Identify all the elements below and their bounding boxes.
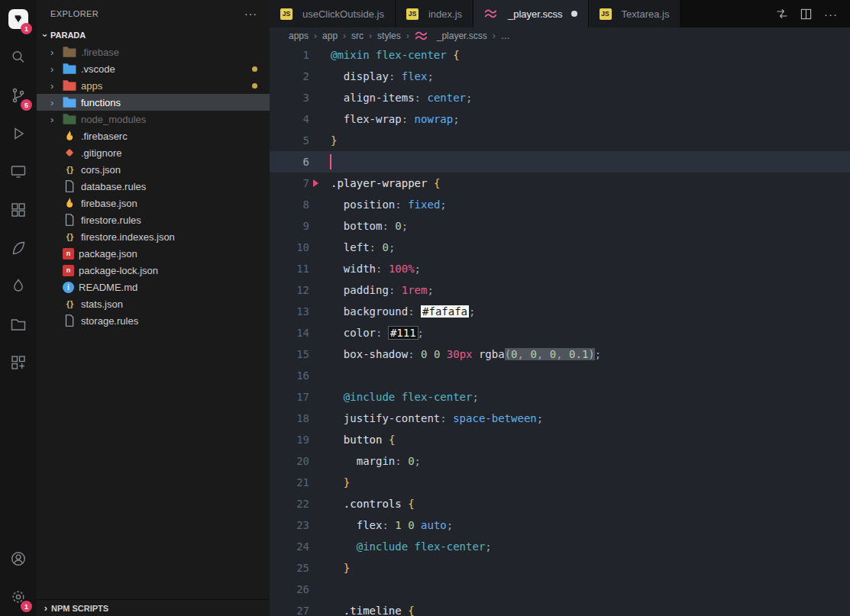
folder-icon [63, 79, 76, 92]
code-line-content: } [315, 130, 337, 151]
activity-settings[interactable]: 1 [0, 578, 37, 616]
activity-explorer[interactable]: 1 [0, 0, 37, 38]
code-line-content: margin: 0; [315, 450, 421, 472]
code-line-content: .player-wrapper { [315, 173, 440, 194]
code-line-20[interactable]: 20 margin: 0; [270, 450, 850, 472]
tree-item-.firebaserc[interactable]: ›.firebaserc [37, 127, 270, 144]
tree-item-label: stats.json [81, 298, 123, 310]
breadcrumb-label: apps [289, 31, 309, 41]
tree-item-label: node_modules [81, 114, 146, 125]
tree-item-node_modules[interactable]: ›node_modules [37, 111, 270, 127]
tree-item-label: cors.json [81, 164, 121, 176]
activity-extension-a[interactable] [0, 229, 37, 267]
code-line-22[interactable]: 22 .controls { [270, 493, 850, 514]
code-line-4[interactable]: 4 flex-wrap: nowrap; [270, 108, 850, 130]
vscode-window: 151 EXPLORER ··· › PARADA ›.firebase›.vs… [0, 0, 850, 616]
breadcrumb-item-…[interactable]: … [501, 31, 510, 41]
code-line-12[interactable]: 12 padding: 1rem; [270, 279, 850, 301]
code-line-content [315, 579, 331, 600]
tree-item-firestore.indexes.json[interactable]: ›{}firestore.indexes.json [37, 228, 270, 245]
tab-index.js[interactable]: JSindex.js [396, 0, 473, 27]
breadcrumb-item-_player.scss[interactable]: _player.scss [415, 30, 487, 42]
code-line-content: .controls { [315, 493, 415, 514]
code-line-14[interactable]: 14 color: #111; [270, 322, 850, 343]
code-line-27[interactable]: 27 .timeline { [270, 600, 850, 616]
line-number: 6 [270, 151, 315, 173]
activity-run-debug[interactable] [0, 114, 37, 153]
tree-item-firestore.rules[interactable]: ›firestore.rules [37, 211, 270, 228]
activity-extensions[interactable] [0, 191, 37, 229]
code-line-13[interactable]: 13 background: #fafafa; [270, 301, 850, 322]
tree-item-stats.json[interactable]: ›{}stats.json [37, 295, 270, 312]
activity-source-control[interactable]: 5 [0, 76, 37, 114]
tree-item-apps[interactable]: ›apps [37, 77, 270, 94]
breadcrumb-item-src[interactable]: src [351, 31, 364, 41]
explorer-more-icon[interactable]: ··· [244, 8, 257, 20]
code-line-5[interactable]: 5} [270, 130, 850, 151]
code-line-2[interactable]: 2 display: flex; [270, 66, 850, 87]
breadcrumb-item-apps[interactable]: apps [289, 31, 309, 41]
tree-item-label: database.rules [81, 181, 146, 192]
code-line-23[interactable]: 23 flex: 1 0 auto; [270, 514, 850, 536]
tree-item-.gitignore[interactable]: ›.gitignore [37, 144, 270, 161]
tree-item-label: firebase.json [81, 198, 137, 209]
code-line-8[interactable]: 8 position: fixed; [270, 194, 850, 215]
activity-extension-c[interactable] [0, 343, 37, 382]
breadcrumb-item-styles[interactable]: styles [377, 31, 401, 41]
activity-search[interactable] [0, 38, 37, 76]
tree-item-package-lock.json[interactable]: ›npackage-lock.json [37, 262, 270, 279]
breadcrumb-item-app[interactable]: app [322, 31, 338, 41]
open-changes-icon[interactable] [776, 8, 788, 20]
code-line-content: display: flex; [315, 66, 434, 87]
chevron-right-icon: › [50, 80, 63, 92]
line-number: 9 [270, 215, 315, 237]
code-line-24[interactable]: 24 @include flex-center; [270, 536, 850, 557]
code-line-21[interactable]: 21 } [270, 472, 850, 493]
line-number: 22 [270, 493, 315, 514]
code-line-1[interactable]: 1@mixin flex-center { [270, 44, 850, 66]
tree-item-README.md[interactable]: ›iREADME.md [37, 279, 270, 295]
more-actions-icon[interactable]: ··· [824, 8, 838, 21]
tab-Textarea.js[interactable]: JSTextarea.js [589, 0, 681, 27]
code-line-content: position: fixed; [315, 194, 447, 215]
breadcrumb-label: … [501, 31, 510, 41]
code-line-6[interactable]: 6 [270, 151, 850, 173]
tab-useClickOutside.js[interactable]: JSuseClickOutside.js [270, 0, 396, 27]
code-line-7[interactable]: 7.player-wrapper { [270, 173, 850, 194]
folder-icon [63, 113, 76, 125]
breadcrumb-separator: › [314, 31, 317, 41]
code-line-25[interactable]: 25 } [270, 557, 850, 579]
tree-item-.vscode[interactable]: ›.vscode [37, 60, 270, 77]
tab-_player.scss[interactable]: _player.scss [473, 0, 589, 27]
code-line-26[interactable]: 26 [270, 579, 850, 600]
folder-icon [63, 96, 76, 108]
tree-item-firebase.json[interactable]: ›firebase.json [37, 195, 270, 211]
tree-item-functions[interactable]: ›functions [37, 94, 270, 111]
code-line-16[interactable]: 16 [270, 365, 850, 386]
activity-remote-explorer[interactable] [0, 153, 37, 191]
tree-item-database.rules[interactable]: ›database.rules [37, 178, 270, 195]
tree-item-storage.rules[interactable]: ›storage.rules [37, 312, 270, 329]
code-line-9[interactable]: 9 bottom: 0; [270, 215, 850, 237]
activity-accounts[interactable] [0, 540, 37, 578]
code-line-content: } [315, 557, 350, 579]
code-line-18[interactable]: 18 justify-content: space-between; [270, 408, 850, 429]
code-line-10[interactable]: 10 left: 0; [270, 237, 850, 258]
activity-project-manager[interactable] [0, 305, 37, 343]
tree-item-cors.json[interactable]: ›{}cors.json [37, 161, 270, 178]
workspace-section-header[interactable]: › PARADA [37, 27, 270, 44]
tree-item-.firebase[interactable]: ›.firebase [37, 44, 270, 60]
npm-scripts-section[interactable]: › NPM SCRIPTS [37, 599, 270, 616]
code-line-content: justify-content: space-between; [315, 408, 543, 429]
code-line-3[interactable]: 3 align-items: center; [270, 87, 850, 108]
tree-item-package.json[interactable]: ›npackage.json [37, 245, 270, 262]
line-number: 5 [270, 130, 315, 151]
code-line-11[interactable]: 11 width: 100%; [270, 258, 850, 279]
split-editor-icon[interactable] [800, 8, 812, 20]
activity-extension-b[interactable] [0, 267, 37, 305]
code-line-19[interactable]: 19 button { [270, 429, 850, 450]
code-editor[interactable]: 1@mixin flex-center {2 display: flex;3 a… [270, 44, 850, 616]
code-line-17[interactable]: 17 @include flex-center; [270, 386, 850, 408]
tree-item-label: functions [81, 97, 121, 108]
code-line-15[interactable]: 15 box-shadow: 0 0 30px rgba(0, 0, 0, 0.… [270, 343, 850, 365]
